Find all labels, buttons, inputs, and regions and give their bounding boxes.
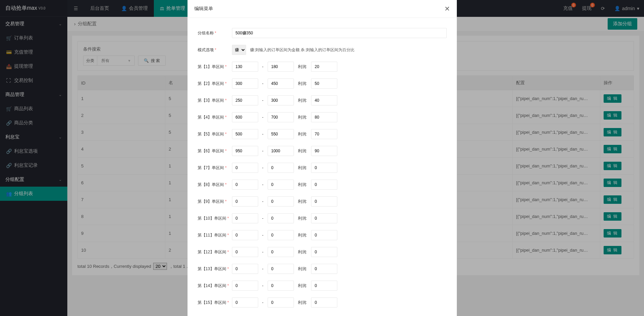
- profit-label: 利润:: [298, 115, 307, 120]
- required-mark: *: [227, 250, 229, 254]
- interval-min-input[interactable]: [232, 129, 258, 139]
- interval-max-input[interactable]: [268, 230, 294, 240]
- profit-input[interactable]: [311, 247, 337, 257]
- profit-input[interactable]: [311, 112, 337, 122]
- required-mark: *: [227, 266, 229, 271]
- profit-label: 利润:: [298, 300, 307, 306]
- interval-label: 第【15】单区间: [198, 300, 226, 305]
- interval-row: 第【8】单区间 *-利润:: [198, 180, 447, 190]
- group-name-label: 分组名称: [198, 31, 214, 35]
- profit-input[interactable]: [311, 62, 337, 72]
- interval-row: 第【4】单区间 *-利润:: [198, 112, 447, 122]
- profit-input[interactable]: [311, 78, 337, 89]
- interval-min-input[interactable]: [232, 281, 258, 291]
- profit-input[interactable]: [311, 163, 337, 173]
- profit-label: 利润:: [298, 148, 307, 154]
- interval-min-input[interactable]: [232, 196, 258, 207]
- interval-row: 第【11】单区间 *-利润:: [198, 230, 447, 240]
- interval-min-input[interactable]: [232, 264, 258, 274]
- interval-min-input[interactable]: [232, 297, 258, 308]
- interval-max-input[interactable]: [268, 247, 294, 257]
- profit-input[interactable]: [311, 95, 337, 105]
- profit-input[interactable]: [311, 281, 337, 291]
- interval-min-input[interactable]: [232, 163, 258, 173]
- interval-max-input[interactable]: [268, 129, 294, 139]
- profit-input[interactable]: [311, 196, 337, 207]
- interval-label: 第【3】单区间: [198, 98, 224, 103]
- interval-label: 第【8】单区间: [198, 182, 224, 187]
- interval-max-input[interactable]: [268, 62, 294, 72]
- modal-overlay[interactable]: 编辑菜单 ✕ 分组名称 * 模式选项 * 赚 赚:则输入的订单区间为金额 杀:则…: [0, 0, 644, 316]
- interval-max-input[interactable]: [268, 281, 294, 291]
- interval-min-input[interactable]: [232, 180, 258, 190]
- interval-min-input[interactable]: [232, 112, 258, 122]
- dash: -: [262, 81, 264, 86]
- profit-input[interactable]: [311, 297, 337, 308]
- interval-min-input[interactable]: [232, 230, 258, 240]
- required-mark: *: [225, 165, 227, 170]
- dash: -: [262, 233, 264, 238]
- interval-max-input[interactable]: [268, 264, 294, 274]
- interval-row: 第【10】单区间 *-利润:: [198, 213, 447, 223]
- interval-min-input[interactable]: [232, 247, 258, 257]
- close-icon[interactable]: ✕: [444, 5, 450, 13]
- interval-max-input[interactable]: [268, 213, 294, 223]
- required-mark: *: [227, 233, 229, 238]
- interval-max-input[interactable]: [268, 78, 294, 89]
- interval-max-input[interactable]: [268, 297, 294, 308]
- interval-max-input[interactable]: [268, 112, 294, 122]
- interval-label: 第【7】单区间: [198, 165, 224, 170]
- dash: -: [262, 266, 264, 271]
- modal-title: 编辑菜单: [194, 6, 213, 12]
- dash: -: [262, 132, 264, 136]
- interval-max-input[interactable]: [268, 95, 294, 105]
- required-mark: *: [227, 283, 229, 288]
- required-mark: *: [215, 31, 216, 35]
- mode-hint: 赚:则输入的订单区间为金额 杀:则输入的订单区间为百分比: [250, 47, 354, 53]
- interval-row: 第【7】单区间 *-利润:: [198, 163, 447, 173]
- profit-label: 利润:: [298, 64, 307, 70]
- profit-label: 利润:: [298, 98, 307, 103]
- interval-row: 第【3】单区间 *-利润:: [198, 95, 447, 105]
- interval-min-input[interactable]: [232, 146, 258, 156]
- required-mark: *: [225, 81, 227, 86]
- interval-min-input[interactable]: [232, 213, 258, 223]
- interval-row: 第【14】单区间 *-利润:: [198, 281, 447, 291]
- profit-label: 利润:: [298, 232, 307, 238]
- interval-max-input[interactable]: [268, 163, 294, 173]
- profit-label: 利润:: [298, 199, 307, 204]
- dash: -: [262, 250, 264, 254]
- required-mark: *: [225, 132, 227, 136]
- dash: -: [262, 64, 264, 69]
- profit-input[interactable]: [311, 180, 337, 190]
- required-mark: *: [227, 216, 229, 221]
- interval-min-input[interactable]: [232, 62, 258, 72]
- dash: -: [262, 199, 264, 204]
- interval-label: 第【9】单区间: [198, 199, 224, 204]
- group-name-input[interactable]: [232, 28, 447, 38]
- interval-label: 第【6】单区间: [198, 149, 224, 153]
- dash: -: [262, 165, 264, 170]
- profit-input[interactable]: [311, 264, 337, 274]
- dash: -: [262, 182, 264, 187]
- profit-label: 利润:: [298, 266, 307, 272]
- interval-min-input[interactable]: [232, 95, 258, 105]
- required-mark: *: [225, 149, 227, 153]
- interval-max-input[interactable]: [268, 180, 294, 190]
- profit-label: 利润:: [298, 249, 307, 255]
- interval-max-input[interactable]: [268, 196, 294, 207]
- profit-input[interactable]: [311, 146, 337, 156]
- interval-row: 第【12】单区间 *-利润:: [198, 247, 447, 257]
- profit-input[interactable]: [311, 230, 337, 240]
- profit-input[interactable]: [311, 129, 337, 139]
- interval-label: 第【2】单区间: [198, 81, 224, 86]
- interval-row: 第【5】单区间 *-利润:: [198, 129, 447, 139]
- profit-label: 利润:: [298, 182, 307, 188]
- interval-min-input[interactable]: [232, 78, 258, 89]
- profit-label: 利润:: [298, 81, 307, 87]
- interval-max-input[interactable]: [268, 146, 294, 156]
- interval-label: 第【11】单区间: [198, 233, 226, 238]
- interval-label: 第【12】单区间: [198, 250, 226, 254]
- mode-select[interactable]: 赚: [232, 45, 246, 55]
- profit-input[interactable]: [311, 213, 337, 223]
